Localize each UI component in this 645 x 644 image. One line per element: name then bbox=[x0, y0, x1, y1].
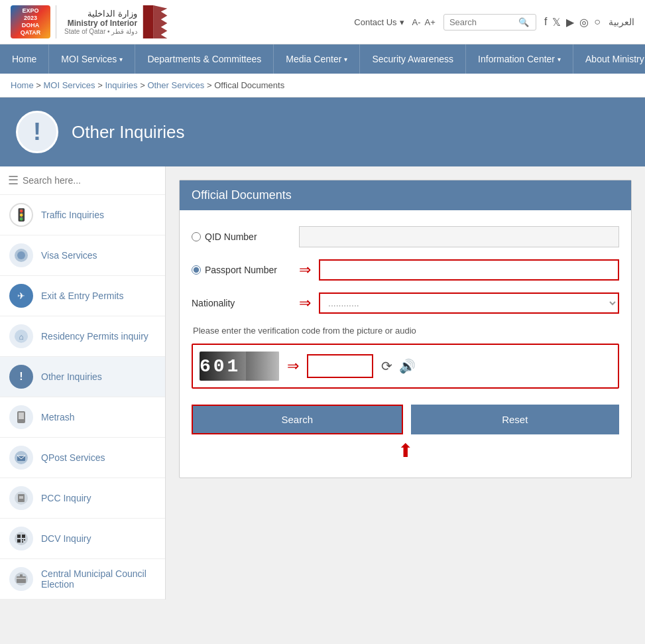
sidebar-item-traffic[interactable]: 🚦 Traffic Inquiries bbox=[0, 195, 165, 235]
sidebar-search-input[interactable] bbox=[23, 175, 157, 186]
verification-note: Please enter the verification code from … bbox=[192, 326, 619, 336]
sidebar-item-metrash[interactable]: Metrash bbox=[0, 397, 165, 438]
passport-arrow: ⇒ bbox=[299, 261, 311, 279]
moi-services-arrow: ▾ bbox=[119, 56, 123, 63]
facebook-icon[interactable]: f bbox=[544, 16, 547, 29]
passport-label: Passport Number bbox=[192, 265, 291, 275]
breadcrumb-moi[interactable]: MOI Services bbox=[44, 80, 95, 90]
arabic-language-link[interactable]: العربية bbox=[609, 17, 634, 27]
ministry-state: State of Qatar • دولة قطر bbox=[64, 28, 137, 35]
sidebar-label-residency: Residency Permits inquiry bbox=[41, 331, 148, 342]
qid-input[interactable] bbox=[299, 226, 619, 247]
main-content: ☰ 🚦 Traffic Inquiries Visa Services ✈ Ex… bbox=[0, 166, 645, 600]
sidebar-item-exit-entry[interactable]: ✈ Exit & Entry Permits bbox=[0, 276, 165, 316]
captcha-arrow: ⇒ bbox=[287, 357, 299, 375]
captcha-audio-button[interactable]: 🔊 bbox=[399, 358, 416, 374]
svg-rect-0 bbox=[143, 5, 153, 38]
search-icon[interactable]: 🔍 bbox=[518, 17, 529, 27]
search-button[interactable]: Search bbox=[192, 405, 403, 434]
passport-input[interactable] bbox=[319, 259, 619, 281]
captcha-image: 601 bbox=[200, 352, 279, 381]
svg-rect-12 bbox=[19, 413, 24, 419]
visa-icon bbox=[9, 243, 33, 267]
breadcrumb-sep-3: > bbox=[140, 80, 147, 90]
sidebar-item-residency[interactable]: ⌂ Residency Permits inquiry bbox=[0, 316, 165, 357]
top-bar-right: Contact Us ▾ A- A+ 🔍 f 𝕏 ▶ ◎ ○ العربية bbox=[354, 14, 634, 31]
svg-rect-23 bbox=[17, 539, 21, 543]
youtube-icon[interactable]: ▶ bbox=[566, 16, 574, 29]
dcv-icon bbox=[9, 527, 33, 550]
sidebar-item-other-inquiries[interactable]: ! Other Inquiries bbox=[0, 357, 165, 397]
sidebar: ☰ 🚦 Traffic Inquiries Visa Services ✈ Ex… bbox=[0, 166, 166, 600]
sidebar-item-dcv[interactable]: DCV Inquiry bbox=[0, 519, 165, 559]
contact-dropdown-icon: ▾ bbox=[400, 17, 404, 27]
nationality-arrow: ⇒ bbox=[299, 294, 311, 312]
form-title: Official Documents bbox=[192, 188, 292, 202]
contact-us-link[interactable]: Contact Us ▾ bbox=[354, 17, 404, 27]
breadcrumb-sep-2: > bbox=[97, 80, 105, 90]
breadcrumb-sep-4: > bbox=[207, 80, 214, 90]
page-icon-symbol: ! bbox=[33, 118, 41, 146]
breadcrumb-sep-1: > bbox=[36, 80, 43, 90]
information-center-arrow: ▾ bbox=[557, 56, 561, 63]
media-center-arrow: ▾ bbox=[344, 56, 347, 63]
breadcrumb-inquiries[interactable]: Inquiries bbox=[105, 80, 137, 90]
twitter-icon[interactable]: 𝕏 bbox=[552, 16, 561, 29]
nav-moi-services[interactable]: MOI Services ▾ bbox=[49, 44, 135, 74]
ministry-logo: وزارة الداخلية Ministry of Interior Stat… bbox=[56, 5, 161, 38]
nav-about-ministry[interactable]: About Ministry ▾ bbox=[573, 44, 645, 74]
reset-button[interactable]: Reset bbox=[411, 405, 620, 434]
residency-icon: ⌂ bbox=[9, 324, 33, 348]
sidebar-label-visa: Visa Services bbox=[41, 250, 97, 261]
svg-rect-26 bbox=[22, 541, 23, 543]
expo-logo: EXPO 2023 DOHA QATAR bbox=[11, 5, 50, 38]
svg-text:!: ! bbox=[19, 371, 23, 382]
ministry-arabic: وزارة الداخلية bbox=[64, 9, 137, 19]
form-card-body: QID Number Passport Number ⇒ Na bbox=[180, 210, 631, 478]
svg-rect-25 bbox=[24, 539, 25, 541]
exit-entry-icon: ✈ bbox=[9, 284, 33, 308]
instagram-icon[interactable]: ◎ bbox=[579, 16, 589, 29]
sidebar-item-pcc[interactable]: PCC Inquiry bbox=[0, 478, 165, 519]
form-area: Official Documents QID Number Passport N… bbox=[166, 166, 645, 600]
qatar-emblem bbox=[143, 5, 161, 38]
svg-point-20 bbox=[15, 532, 28, 545]
sidebar-label-traffic: Traffic Inquiries bbox=[41, 210, 104, 220]
sidebar-item-qpost[interactable]: QPost Services bbox=[0, 438, 165, 478]
top-search-input[interactable] bbox=[449, 17, 516, 27]
passport-radio[interactable] bbox=[192, 265, 201, 275]
sidebar-item-visa[interactable]: Visa Services bbox=[0, 235, 165, 276]
font-decrease-button[interactable]: A- bbox=[412, 17, 421, 27]
nav-home[interactable]: Home bbox=[0, 44, 49, 74]
breadcrumb-current: Offical Documents bbox=[214, 80, 284, 90]
top-search-box: 🔍 bbox=[443, 14, 536, 31]
font-size-controls: A- A+ bbox=[412, 17, 436, 27]
svg-text:✈: ✈ bbox=[17, 290, 25, 301]
captcha-controls: ⟳ 🔊 bbox=[381, 358, 416, 374]
top-bar-left: EXPO 2023 DOHA QATAR وزارة الداخلية Mini… bbox=[11, 5, 161, 38]
svg-text:⌂: ⌂ bbox=[19, 332, 23, 342]
other-social-icon[interactable]: ○ bbox=[594, 16, 601, 29]
ministry-english: Ministry of Interior bbox=[64, 19, 137, 28]
nav-departments[interactable]: Departments & Committees bbox=[135, 44, 274, 74]
nav-information-center[interactable]: Information Center ▾ bbox=[466, 44, 573, 74]
breadcrumb-other-services[interactable]: Other Services bbox=[147, 80, 204, 90]
page-title: Other Inquiries bbox=[72, 122, 185, 143]
nationality-select[interactable]: ............ bbox=[319, 292, 619, 314]
captcha-input[interactable] bbox=[307, 354, 373, 378]
nav-media-center[interactable]: Media Center ▾ bbox=[274, 44, 360, 74]
sidebar-hamburger-icon[interactable]: ☰ bbox=[8, 173, 19, 188]
font-increase-button[interactable]: A+ bbox=[425, 17, 436, 27]
sidebar-label-inquiries: Other Inquiries bbox=[41, 371, 102, 382]
traffic-icon: 🚦 bbox=[9, 203, 33, 227]
captcha-row: 601 ⇒ ⟳ 🔊 bbox=[192, 344, 619, 389]
breadcrumb-home[interactable]: Home bbox=[11, 80, 34, 90]
page-header-icon: ! bbox=[16, 111, 58, 153]
qid-radio[interactable] bbox=[192, 232, 201, 241]
nav-security-awareness[interactable]: Security Awareness bbox=[360, 44, 466, 74]
top-bar: EXPO 2023 DOHA QATAR وزارة الداخلية Mini… bbox=[0, 0, 645, 44]
captcha-refresh-button[interactable]: ⟳ bbox=[381, 358, 392, 374]
svg-rect-24 bbox=[22, 539, 23, 541]
qpost-icon bbox=[9, 446, 33, 470]
sidebar-item-council[interactable]: Central Municipal Council Election bbox=[0, 559, 165, 600]
